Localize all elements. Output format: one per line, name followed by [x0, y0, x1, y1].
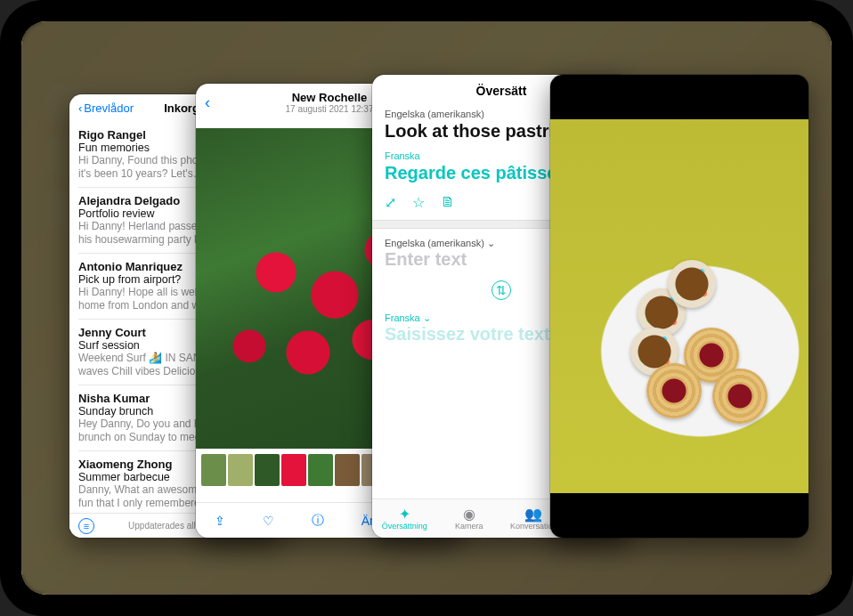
mail-back-button[interactable]: ‹ Brevlådor [78, 101, 134, 115]
tab-icon: ◉ [463, 507, 475, 522]
photos-title-block: New Rochelle 17 augusti 2021 12:37 [286, 91, 374, 114]
ipad-frame: Mail Inkorg ‹ Brevlådor Inkorg Rigo Rang… [0, 0, 853, 616]
tab-label: Kamera [455, 522, 483, 531]
tab-label: Översättning [382, 522, 427, 531]
expand-icon[interactable]: ⤢ [385, 194, 396, 211]
jam-cookie [646, 363, 702, 418]
sprinkle-cookie [668, 260, 716, 308]
favorite-icon[interactable]: ♡ [263, 514, 274, 528]
ipad-screen: Mail Inkorg ‹ Brevlådor Inkorg Rigo Rang… [21, 21, 832, 595]
dictionary-icon[interactable]: 🗎 [441, 194, 455, 211]
note-photo[interactable] [550, 119, 808, 493]
photo-thumbnail[interactable] [228, 454, 253, 486]
jam-cookie [712, 369, 768, 424]
photo-thumbnail[interactable] [335, 454, 360, 486]
mail-title: Inkorg [164, 101, 199, 115]
tab-kamera[interactable]: ◉Kamera [437, 499, 502, 538]
favorite-icon[interactable]: ☆ [412, 194, 425, 211]
photo-thumbnail[interactable] [308, 454, 333, 486]
photo-thumbnail[interactable] [281, 454, 306, 486]
share-icon[interactable]: ⇪ [215, 514, 225, 528]
cookies-illustration [630, 324, 782, 440]
chevron-left-icon: ‹ [78, 101, 82, 115]
info-icon[interactable]: ⓘ [312, 513, 324, 529]
app-switcher-stack: Mail Inkorg ‹ Brevlådor Inkorg Rigo Rang… [21, 21, 832, 595]
mail-filter-button[interactable]: ≡ [78, 518, 94, 534]
tab-översättning[interactable]: ✦Översättning [372, 499, 437, 538]
translate-title: Översätt [476, 84, 527, 98]
photo-location: New Rochelle [286, 91, 374, 104]
app-card-notes[interactable]: Anteckningar Baking Inspiration [550, 75, 808, 538]
photo-timestamp: 17 augusti 2021 12:37 [286, 104, 374, 114]
tab-icon: ✦ [399, 507, 410, 522]
photos-back-button[interactable]: ‹ [205, 93, 210, 112]
photo-thumbnail[interactable] [255, 454, 280, 486]
swap-icon: ⇅ [491, 280, 511, 300]
photo-thumbnail[interactable] [201, 454, 226, 486]
mail-back-label: Brevlådor [84, 101, 134, 115]
tab-icon: 👥 [524, 507, 542, 522]
